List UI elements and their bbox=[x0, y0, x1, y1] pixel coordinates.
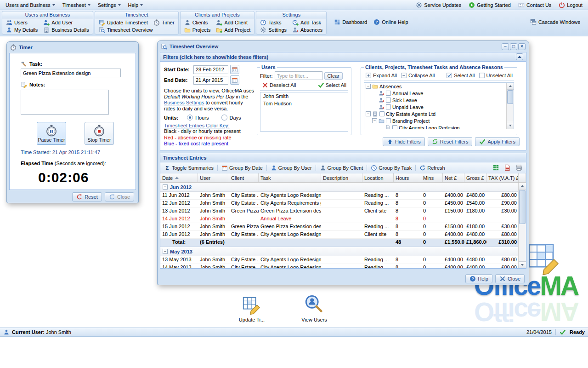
ribbon-button-clients[interactable]: Clients bbox=[182, 19, 213, 26]
scroll-thumb[interactable] bbox=[519, 190, 526, 224]
print-button[interactable] bbox=[514, 164, 524, 172]
toolbar-group-by-user[interactable]: Group By User bbox=[269, 164, 313, 172]
close-window-button[interactable]: × bbox=[518, 43, 526, 50]
toolbar-group-by-client[interactable]: Group By Client bbox=[318, 164, 365, 172]
column-header-task[interactable]: Task bbox=[259, 173, 321, 182]
menu-help[interactable]: Help bbox=[124, 1, 147, 9]
timesheet-row[interactable]: 12 Jun 2012John SmithCity Estate ...City… bbox=[160, 200, 519, 207]
ribbon-button-timer[interactable]: Timer bbox=[151, 19, 177, 26]
tree-collapse-icon[interactable]: − bbox=[372, 118, 377, 123]
end-date-input[interactable] bbox=[193, 76, 228, 85]
maximize-button[interactable]: □ bbox=[510, 43, 517, 50]
end-date-picker-button[interactable] bbox=[230, 75, 239, 85]
ribbon-button-my-details[interactable]: My Details bbox=[4, 26, 40, 34]
timesheet-row[interactable]: 11 Jun 2012John SmithCity Estate ...City… bbox=[160, 192, 519, 200]
cascade-windows-button[interactable]: Cascade Windows bbox=[528, 18, 582, 26]
expand-all-button[interactable]: Expand All bbox=[364, 72, 398, 79]
stop-timer-button[interactable]: Stop Timer bbox=[85, 122, 114, 145]
group-row-jun-2012[interactable]: −Jun 2012 bbox=[160, 183, 519, 192]
tree-collapse-icon[interactable]: − bbox=[366, 84, 371, 89]
group-row-may-2013[interactable]: −May 2013 bbox=[160, 247, 519, 256]
tree-node-branding-project[interactable]: −Branding Project bbox=[364, 117, 514, 124]
ribbon-button-users[interactable]: Users bbox=[4, 19, 40, 26]
menu-getting-started[interactable]: Getting Started bbox=[465, 0, 514, 10]
tree-scrollbar[interactable] bbox=[506, 83, 514, 129]
tree-checkbox[interactable] bbox=[379, 111, 384, 116]
scroll-up-button[interactable] bbox=[519, 183, 526, 190]
ribbon-button-settings[interactable]: Settings bbox=[258, 26, 289, 34]
timesheet-row[interactable]: 13 Jun 2012John SmithGreen Pizza...Green… bbox=[160, 207, 519, 215]
select-all-button[interactable]: Select All bbox=[317, 81, 348, 89]
timesheet-row[interactable]: 15 Jun 2012John SmithGreen Pizza...Green… bbox=[160, 223, 519, 231]
collapse-filters-button[interactable] bbox=[516, 53, 523, 60]
scroll-up-button[interactable] bbox=[507, 83, 514, 90]
column-header-location[interactable]: Location bbox=[362, 173, 394, 182]
minimize-button[interactable]: – bbox=[502, 43, 509, 50]
clear-filter-button[interactable]: Clear bbox=[324, 72, 343, 80]
menu-timesheet[interactable]: Timesheet bbox=[59, 1, 94, 9]
tree-checkbox[interactable] bbox=[386, 98, 391, 103]
ribbon-button-timesheet-overview[interactable]: Timesheet Overview bbox=[96, 26, 177, 34]
timesheet-row[interactable]: 14 Jun 2012John SmithAnnual Leave80 bbox=[160, 215, 519, 223]
export-excel-button[interactable] bbox=[491, 164, 501, 172]
desktop-icon-view-users[interactable]: View Users bbox=[296, 294, 332, 322]
reset-filters-button[interactable]: Reset Filters bbox=[428, 137, 473, 146]
task-input[interactable] bbox=[21, 69, 121, 77]
ribbon-button-projects[interactable]: Projects bbox=[182, 26, 213, 34]
collapse-all-button[interactable]: Collapse All bbox=[399, 72, 436, 79]
hours-radio[interactable] bbox=[187, 115, 193, 121]
overview-close-button[interactable]: Close bbox=[495, 274, 525, 283]
notes-input[interactable] bbox=[21, 90, 109, 115]
overview-titlebar[interactable]: Timesheet Overview – □ × bbox=[158, 41, 529, 51]
column-header-gross[interactable]: Gross £ bbox=[464, 173, 486, 182]
business-settings-link[interactable]: Business Settings bbox=[164, 100, 204, 105]
column-header-description[interactable]: Description bbox=[321, 173, 362, 182]
timer-close-button[interactable]: Close bbox=[105, 192, 134, 201]
ribbon-button-add-project[interactable]: Add Project bbox=[214, 26, 253, 34]
user-list-item[interactable]: Tom Hudson bbox=[260, 100, 348, 107]
hours-radio-label[interactable]: Hours bbox=[195, 115, 209, 121]
ribbon-button-add-task[interactable]: Add Task bbox=[290, 19, 325, 26]
tree-select-all-button[interactable]: Select All bbox=[445, 72, 476, 79]
tree-checkbox[interactable] bbox=[386, 118, 391, 123]
column-header-date[interactable]: Date bbox=[160, 173, 198, 182]
ribbon-button-business-details[interactable]: Business Details bbox=[41, 26, 91, 34]
group-collapse-icon[interactable]: − bbox=[163, 184, 168, 190]
apply-filters-button[interactable]: Apply Filters bbox=[475, 137, 520, 146]
tree-node-city-agents-logo-redesign[interactable]: City Agents Logo Redesign bbox=[364, 124, 514, 129]
tree-node-annual-leave[interactable]: Annual Leave bbox=[364, 90, 514, 97]
tree-checkbox[interactable] bbox=[392, 125, 397, 129]
filters-header[interactable]: Filters (click here to show/hide these f… bbox=[160, 52, 526, 62]
pause-timer-button[interactable]: Pause Timer bbox=[37, 122, 66, 145]
column-header-hours[interactable]: Hours bbox=[394, 173, 421, 182]
timesheet-row[interactable]: 13 May 2013John SmithCity Estate ...City… bbox=[160, 256, 519, 264]
scroll-down-button[interactable] bbox=[519, 261, 526, 268]
column-header-user[interactable]: User bbox=[198, 173, 229, 182]
ribbon-button-dashboard[interactable]: Dashboard bbox=[332, 18, 369, 26]
group-collapse-icon[interactable]: − bbox=[163, 249, 168, 254]
grid-scrollbar[interactable] bbox=[518, 183, 526, 268]
tree-unselect-all-button[interactable]: Unselect All bbox=[477, 72, 514, 79]
ribbon-button-online-help[interactable]: ?Online Help bbox=[371, 18, 410, 26]
ribbon-button-absences[interactable]: Absences bbox=[290, 26, 325, 34]
menu-service-updates[interactable]: Service Updates bbox=[412, 0, 465, 10]
ribbon-button-update-timesheet[interactable]: Update Timesheet bbox=[96, 19, 150, 26]
column-header-net[interactable]: Net £ bbox=[443, 173, 464, 182]
tree-node-absences[interactable]: −Absences bbox=[364, 83, 514, 90]
desktop-icon-update-timesheet[interactable]: Update Ti... bbox=[234, 294, 270, 322]
reset-button[interactable]: Reset bbox=[72, 192, 102, 201]
column-header-mins[interactable]: Mins bbox=[421, 173, 443, 182]
days-radio[interactable] bbox=[221, 115, 227, 121]
menu-settings[interactable]: Settings bbox=[94, 1, 124, 9]
ribbon-button-add-user[interactable]: Add User bbox=[41, 19, 91, 26]
start-date-picker-button[interactable] bbox=[230, 65, 239, 74]
timer-titlebar[interactable]: Timer bbox=[7, 42, 138, 52]
tree-checkbox[interactable] bbox=[386, 91, 391, 96]
toolbar-group-by-date[interactable]: Group By Date bbox=[220, 164, 264, 172]
scroll-thumb[interactable] bbox=[507, 90, 513, 104]
column-header-tax-v-a-t[interactable]: TAX (V.A.T) £ bbox=[486, 173, 519, 182]
export-pdf-button[interactable] bbox=[503, 164, 512, 172]
menu-users-and-business[interactable]: Users and Business bbox=[2, 1, 59, 9]
tree-node-sick-leave[interactable]: Sick Leave bbox=[364, 97, 514, 104]
user-filter-input[interactable] bbox=[275, 71, 322, 80]
